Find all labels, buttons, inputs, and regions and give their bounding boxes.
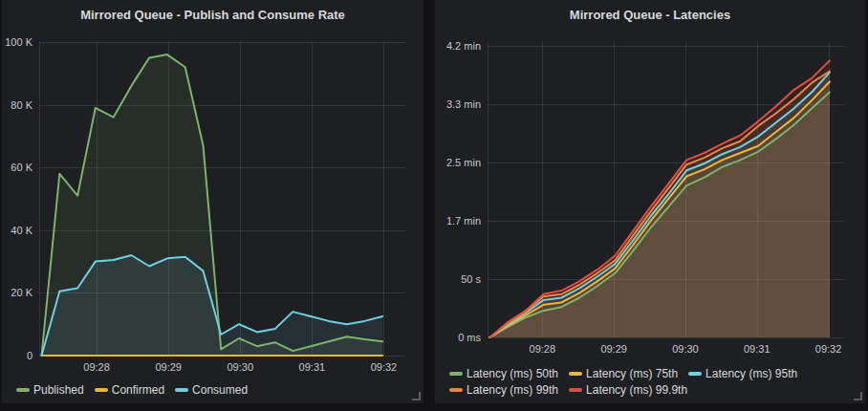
legend-item-published[interactable]: Published (16, 383, 84, 397)
legend-item-latency-ms-95th[interactable]: Latency (ms) 95th (688, 367, 797, 380)
y-tick-label: 50 s (461, 273, 481, 285)
panel-publish-consume-rate: Mirrored Queue - Publish and Consume Rat… (2, 0, 423, 403)
y-tick-label: 0 ms (458, 332, 481, 343)
y-tick-label: 40 K (11, 225, 33, 236)
x-tick-label: 09:32 (815, 343, 842, 355)
y-tick-label: 3.3 min (446, 98, 481, 110)
series-color-dash-icon (569, 372, 582, 376)
x-tick-label: 09:29 (600, 343, 627, 355)
legend-label: Confirmed (112, 383, 164, 397)
panel-latencies: Mirrored Queue - Latencies 0 ms50 s1.7 m… (435, 0, 865, 403)
series-color-dash-icon (449, 388, 463, 392)
y-tick-label: 80 K (11, 99, 33, 111)
legend-label: Latency (ms) 50th (467, 367, 558, 380)
y-tick-label: 20 K (11, 287, 33, 298)
y-tick-label: 0 (27, 350, 33, 361)
legend-item-latency-ms-75th[interactable]: Latency (ms) 75th (569, 367, 678, 380)
y-tick-label: 4.2 min (446, 40, 481, 52)
legend-label: Published (33, 383, 84, 397)
panel-title[interactable]: Mirrored Queue - Publish and Consume Rat… (2, 0, 423, 22)
x-tick-label: 09:28 (83, 361, 110, 373)
legend: Latency (ms) 50thLatency (ms) 75thLatenc… (449, 367, 854, 400)
y-tick-label: 60 K (11, 162, 33, 173)
x-tick-label: 09:31 (744, 343, 770, 355)
y-tick-label: 2.5 min (446, 157, 481, 168)
series-color-dash-icon (16, 388, 30, 392)
publish-consume-rate-chart[interactable]: 020 K40 K60 K80 K100 K09:2809:2909:3009:… (2, 0, 423, 403)
x-tick-label: 09:31 (299, 361, 326, 373)
panel-resize-handle-icon[interactable] (412, 392, 421, 400)
latencies-chart[interactable]: 0 ms50 s1.7 min2.5 min3.3 min4.2 min09:2… (435, 0, 865, 403)
series-color-dash-icon (95, 388, 108, 392)
legend: PublishedConfirmedConsumed (16, 383, 412, 400)
panel-title[interactable]: Mirrored Queue - Latencies (435, 0, 865, 22)
legend-label: Latency (ms) 75th (586, 367, 678, 380)
legend-item-confirmed[interactable]: Confirmed (95, 383, 164, 397)
x-tick-label: 09:29 (155, 361, 182, 373)
x-tick-label: 09:32 (371, 361, 398, 373)
legend-label: Latency (ms) 95th (705, 367, 797, 380)
x-tick-label: 09:28 (530, 343, 556, 355)
legend-label: Latency (ms) 99.9th (586, 383, 687, 397)
legend-item-latency-ms-50th[interactable]: Latency (ms) 50th (449, 367, 558, 380)
legend-item-latency-ms-99th[interactable]: Latency (ms) 99th (449, 383, 558, 397)
legend-item-latency-ms-99-9th[interactable]: Latency (ms) 99.9th (569, 383, 687, 397)
series-color-dash-icon (449, 372, 463, 376)
series-color-dash-icon (569, 388, 582, 392)
legend-label: Consumed (192, 383, 248, 397)
y-tick-label: 1.7 min (446, 215, 481, 227)
grafana-dashboard: { "page": { "background": "#131315", "pa… (0, 0, 868, 411)
y-tick-label: 100 K (5, 36, 33, 48)
legend-item-consumed[interactable]: Consumed (175, 383, 248, 397)
series-color-dash-icon (688, 372, 702, 376)
panel-resize-handle-icon[interactable] (854, 392, 862, 400)
legend-label: Latency (ms) 99th (467, 383, 558, 397)
x-tick-label: 09:30 (228, 361, 254, 373)
x-tick-label: 09:30 (672, 343, 699, 355)
series-color-dash-icon (175, 388, 188, 392)
